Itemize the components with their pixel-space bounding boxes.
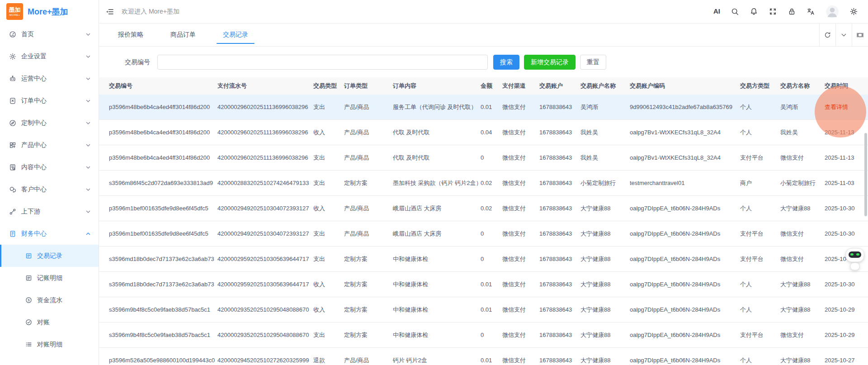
chevron-up-icon: [85, 231, 91, 237]
lock-icon[interactable]: [788, 7, 796, 16]
sidebar-item-enterprise-settings[interactable]: 企业设置: [0, 45, 99, 67]
sidebar-item-label: 客户中心: [21, 185, 85, 194]
robot-icon: [9, 75, 16, 82]
sidebar-item-label: 产品中心: [21, 141, 85, 149]
tab-product-orders[interactable]: 商品订单: [163, 24, 203, 46]
cell-order_type: 产品/商品: [343, 348, 392, 365]
cell-amount: 0: [479, 145, 501, 171]
cell-type: 支出: [312, 95, 343, 120]
cell-account: 1678838643: [538, 348, 580, 365]
cell-party_type: 个人: [739, 120, 779, 145]
sidebar-item-finance-center[interactable]: 财务中心: [0, 223, 99, 245]
sidebar-subitem-reconciliation-details[interactable]: 对账明细: [0, 333, 99, 356]
sidebar: 墨加 MORE+ More+墨加 首页企业设置运营中心订单中心定制中心产品中心内…: [0, 0, 99, 365]
tab-quote-strategy[interactable]: 报价策略: [111, 24, 151, 46]
table-row[interactable]: s3596m9b4f8c5c0e9faeb38d57bac5c142000029…: [99, 297, 868, 322]
cell-account_code: testmerchanttravel01: [629, 171, 739, 196]
cell-type: 收入: [312, 297, 343, 322]
cell-party_name: 微信支付: [779, 145, 824, 171]
sidebar-subitem-fund-flow[interactable]: $资金流水: [0, 289, 99, 311]
sidebar-item-customer-center[interactable]: 客户中心: [0, 178, 99, 200]
sidebar-item-label: 内容中心: [21, 163, 85, 171]
ai-button[interactable]: AI: [713, 7, 720, 16]
table-row[interactable]: s3596m86f45c2d072da693e333813ad942000028…: [99, 171, 868, 196]
cell-id: s3596m86f45c2d072da693e333813ad9: [99, 171, 217, 196]
maximize-content-icon[interactable]: [852, 24, 868, 46]
search-icon[interactable]: [731, 7, 739, 16]
table-row[interactable]: s3596m9b4f8c5c0e9faeb38d57bac5c142000029…: [99, 322, 868, 348]
sidebar-subitem-transaction-records[interactable]: 交易记录: [0, 245, 99, 267]
translate-icon[interactable]: [807, 7, 815, 16]
cell-flow_no: 4200002949202510304072393127: [217, 221, 312, 246]
sidebar-item-supply-chain[interactable]: 上下游: [0, 200, 99, 223]
tab-controls: [819, 24, 868, 46]
chevron-down-icon: [85, 142, 91, 148]
sidebar-item-content-center[interactable]: 内容中心: [0, 156, 99, 178]
cell-flow_no: 4200002960202511136996038296: [217, 120, 312, 145]
transaction-no-label: 交易编号: [125, 58, 150, 66]
cell-account: 1678838643: [538, 171, 580, 196]
collapse-menu-icon[interactable]: [105, 7, 114, 16]
search-button[interactable]: 搜索: [493, 55, 519, 70]
user-avatar[interactable]: [826, 5, 839, 19]
topbar: 欢迎进入 More+墨加 AI: [99, 0, 868, 24]
table-row[interactable]: p3596m1bef001635dfe9d8ee6f45dfc542000029…: [99, 196, 868, 221]
cell-id: p3596m1bef001635dfe9d8ee6f45dfc5: [99, 196, 217, 221]
sidebar-item-label: 上下游: [21, 208, 85, 216]
sidebar-item-product-center[interactable]: 产品中心: [0, 134, 99, 156]
cell-account_code: oalpg7DIppEA_t6b06N-284H9ADs: [629, 297, 739, 322]
cell-party_type: 个人: [739, 95, 779, 120]
cell-account: 1678838643: [538, 221, 580, 246]
sidebar-item-custom-center[interactable]: 定制中心: [0, 112, 99, 134]
refresh-icon[interactable]: [819, 24, 835, 46]
tab-transaction-records[interactable]: 交易记录: [216, 24, 255, 46]
table-row[interactable]: s3596md18b0dec7d71373e62c3a6ab7342000029…: [99, 272, 868, 297]
table-row[interactable]: p3596m1bef001635dfe9d8ee6f45dfc542000029…: [99, 221, 868, 246]
transaction-no-input[interactable]: [157, 55, 488, 70]
cell-account: 1678838643: [538, 246, 580, 272]
sidebar-subitem-reconciliation[interactable]: 对账: [0, 311, 99, 333]
column-header: 交易方类型: [739, 77, 779, 95]
notification-bell-icon[interactable]: [750, 7, 758, 16]
fullscreen-icon[interactable]: [769, 7, 777, 16]
cell-channel: 微信支付: [501, 272, 538, 297]
cell-party_type: 个人: [739, 272, 779, 297]
cell-time: 查看详情: [824, 95, 868, 120]
cell-account: 1678838643: [538, 297, 580, 322]
vertical-scrollbar[interactable]: [864, 133, 867, 216]
cell-amount: 0: [479, 246, 501, 272]
table-row[interactable]: p3596m48be6b4ca4ed4ff3014f86d20042000029…: [99, 120, 868, 145]
cell-order_type: 产品/商品: [343, 221, 392, 246]
cell-channel: 微信支付: [501, 246, 538, 272]
chevron-down-icon[interactable]: [835, 24, 852, 46]
table-row[interactable]: s3596md18b0dec7d71373e62c3a6ab7342000029…: [99, 246, 868, 272]
welcome-text: 欢迎进入 More+墨加: [122, 8, 179, 16]
table-row[interactable]: p3596m48be6b4ca4ed4ff3014f86d20042000029…: [99, 95, 868, 120]
column-header: 交易账户: [538, 77, 580, 95]
cell-amount: 0.01: [479, 272, 501, 297]
sidebar-subitem-label: 记账明细: [37, 274, 62, 282]
add-transaction-button[interactable]: 新增交易记录: [524, 55, 576, 70]
reset-button[interactable]: 重置: [580, 55, 606, 70]
sidebar-item-label: 定制中心: [21, 119, 85, 127]
cell-account_code: oalpg7DIppEA_t6b06N-284H9ADs: [629, 221, 739, 246]
chevron-down-icon: [85, 164, 91, 171]
settings-gear-icon[interactable]: [849, 7, 858, 16]
cell-amount: 0: [479, 322, 501, 348]
cell-channel: 微信支付: [501, 196, 538, 221]
sidebar-item-order-center[interactable]: 订单中心: [0, 90, 99, 112]
sidebar-menu: 首页企业设置运营中心订单中心定制中心产品中心内容中心客户中心上下游财务中心交易记…: [0, 23, 99, 356]
table-row[interactable]: p3596m48be6b4ca4ed4ff3014f86d20042000029…: [99, 145, 868, 171]
list-square-icon: [25, 252, 32, 259]
cell-content: 中和健康体检: [392, 272, 479, 297]
cell-order_type: 定制方案: [343, 272, 392, 297]
view-details-link[interactable]: 查看详情: [825, 104, 848, 110]
assistant-robot-widget[interactable]: [844, 243, 865, 272]
table-row[interactable]: p3596m526a505e988600100d199443c042000029…: [99, 348, 868, 365]
column-header: 交易类型: [312, 77, 343, 95]
cell-channel: 微信支付: [501, 322, 538, 348]
sidebar-item-home[interactable]: 首页: [0, 23, 99, 45]
sidebar-item-operations-center[interactable]: 运营中心: [0, 67, 99, 90]
sidebar-subitem-bookkeeping-details[interactable]: 记账明细: [0, 267, 99, 289]
column-header: 交易编号: [99, 77, 217, 95]
